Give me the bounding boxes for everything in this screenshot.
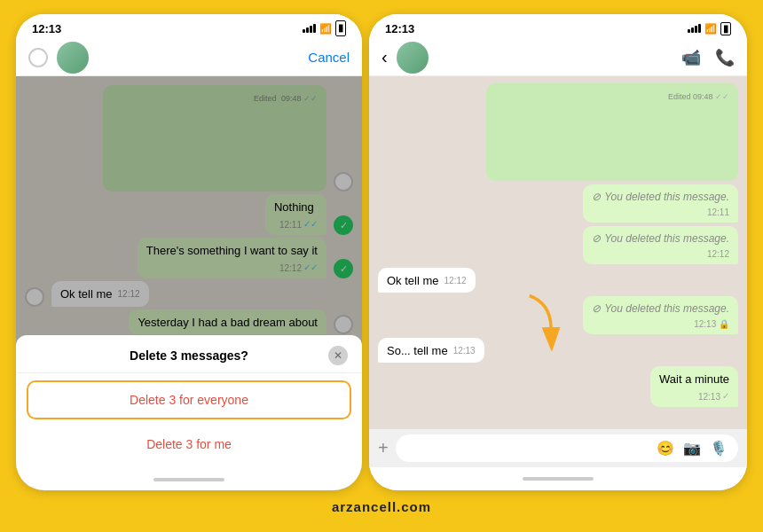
right-msg-6: So... tell me 12:13 bbox=[378, 338, 484, 363]
deleted-text-5: You deleted this message. bbox=[604, 301, 729, 317]
dialog-close-button[interactable]: ✕ bbox=[328, 346, 348, 365]
deleted-text-3: You deleted this message. bbox=[604, 231, 729, 246]
wifi-icon: 📶 bbox=[319, 23, 332, 35]
message-input[interactable]: 😊 📷 🎙️ bbox=[396, 434, 738, 462]
right-time-2: 12:11 bbox=[707, 207, 729, 219]
deleted-icon-3: ⊘ bbox=[592, 231, 601, 246]
phone-call-icon[interactable]: 📞 bbox=[715, 48, 735, 67]
input-icons: 😊 📷 🎙️ bbox=[657, 440, 728, 457]
input-bar: + 😊 📷 🎙️ bbox=[369, 428, 747, 467]
right-avatar[interactable] bbox=[397, 42, 429, 74]
battery-icon: ▮ bbox=[335, 20, 346, 35]
deleted-icon-5: ⊘ bbox=[592, 301, 601, 317]
right-msg-3: ⊘ You deleted this message. 12:12 bbox=[583, 226, 738, 264]
right-bottom-bar bbox=[369, 467, 747, 490]
dialog-header: Delete 3 messages? ✕ bbox=[16, 335, 362, 373]
right-msg-edited-1: Edited 09:48 ✓✓ bbox=[495, 92, 729, 101]
select-circle-nav[interactable] bbox=[28, 48, 48, 67]
right-msg-1: Edited 09:48 ✓✓ bbox=[486, 83, 738, 181]
right-status-bar: 12:13 📶 ▮ bbox=[369, 14, 747, 39]
left-status-bar: 12:13 📶 ▮ bbox=[16, 14, 362, 39]
delete-dialog: Delete 3 messages? ✕ Delete 3 for everyo… bbox=[16, 335, 362, 490]
right-messages: Edited 09:48 ✓✓ bbox=[369, 76, 747, 428]
right-time-4: 12:12 bbox=[444, 275, 467, 287]
right-top-nav: ‹ 📹 📞 bbox=[369, 39, 747, 76]
right-battery-icon: ▮ bbox=[720, 22, 731, 35]
delete-me-button[interactable]: Delete 3 for me bbox=[27, 426, 351, 462]
right-wifi-icon: 📶 bbox=[704, 23, 717, 35]
bottom-bar bbox=[16, 469, 362, 490]
signal-icon bbox=[303, 24, 316, 33]
right-chat-area: Edited 09:48 ✓✓ bbox=[369, 76, 747, 490]
right-home-indicator bbox=[523, 477, 594, 481]
left-phone: 12:13 📶 ▮ Cancel bbox=[16, 14, 362, 490]
dialog-title: Delete 3 messages? bbox=[50, 348, 328, 363]
left-avatar[interactable] bbox=[57, 42, 89, 74]
camera-icon[interactable]: 📷 bbox=[683, 440, 701, 457]
right-time-7: 12:13 bbox=[698, 391, 720, 403]
home-indicator bbox=[153, 478, 224, 481]
delete-everyone-button[interactable]: Delete 3 for everyone bbox=[27, 380, 351, 419]
right-msg-2: ⊘ You deleted this message. 12:11 bbox=[583, 184, 738, 223]
deleted-msg-5: ⊘ You deleted this message. bbox=[592, 301, 729, 317]
left-chat-area: Edited 09:48 ✓✓ ✓ Nothing bbox=[16, 76, 362, 490]
arrow-icon bbox=[506, 284, 574, 352]
right-phone: 12:13 📶 ▮ ‹ 📹 bbox=[369, 14, 747, 490]
footer-text: arzancell.com bbox=[332, 499, 431, 514]
right-text-6: So... tell me bbox=[387, 344, 448, 357]
back-button[interactable]: ‹ bbox=[382, 47, 388, 67]
deleted-icon-2: ⊘ bbox=[592, 190, 601, 205]
right-time-6: 12:13 bbox=[453, 345, 476, 357]
right-text-4: Ok tell me bbox=[387, 274, 439, 287]
deleted-msg-3: ⊘ You deleted this message. bbox=[592, 231, 729, 246]
right-signal-icon bbox=[688, 24, 701, 33]
right-status-icons: 📶 ▮ bbox=[688, 22, 731, 35]
right-time-3: 12:12 bbox=[707, 248, 729, 261]
video-call-icon[interactable]: 📹 bbox=[681, 48, 701, 67]
right-text-7: Wait a minute bbox=[659, 372, 729, 386]
left-status-icons: 📶 ▮ bbox=[303, 20, 346, 35]
right-nav-icons: 📹 📞 bbox=[681, 48, 735, 67]
right-msg-4: Ok tell me 12:12 bbox=[378, 268, 476, 293]
cancel-button[interactable]: Cancel bbox=[308, 50, 350, 65]
deleted-text-2: You deleted this message. bbox=[604, 190, 729, 205]
right-time-5: 12:13 🔒 bbox=[694, 318, 729, 331]
deleted-msg-2: ⊘ You deleted this message. bbox=[592, 190, 729, 205]
left-top-nav: Cancel bbox=[16, 39, 362, 76]
right-msg-5: ⊘ You deleted this message. 12:13 🔒 bbox=[583, 296, 738, 334]
left-time: 12:13 bbox=[32, 22, 61, 35]
right-msg-7: Wait a minute 12:13 ✓ bbox=[650, 366, 738, 407]
footer: arzancell.com bbox=[9, 494, 754, 519]
arrow-overlay bbox=[505, 284, 574, 356]
add-button[interactable]: + bbox=[378, 438, 389, 458]
mic-icon[interactable]: 🎙️ bbox=[710, 440, 728, 457]
sticker-icon[interactable]: 😊 bbox=[657, 440, 674, 457]
right-meta-7: 12:13 ✓ bbox=[659, 389, 729, 403]
right-time: 12:13 bbox=[385, 22, 414, 35]
